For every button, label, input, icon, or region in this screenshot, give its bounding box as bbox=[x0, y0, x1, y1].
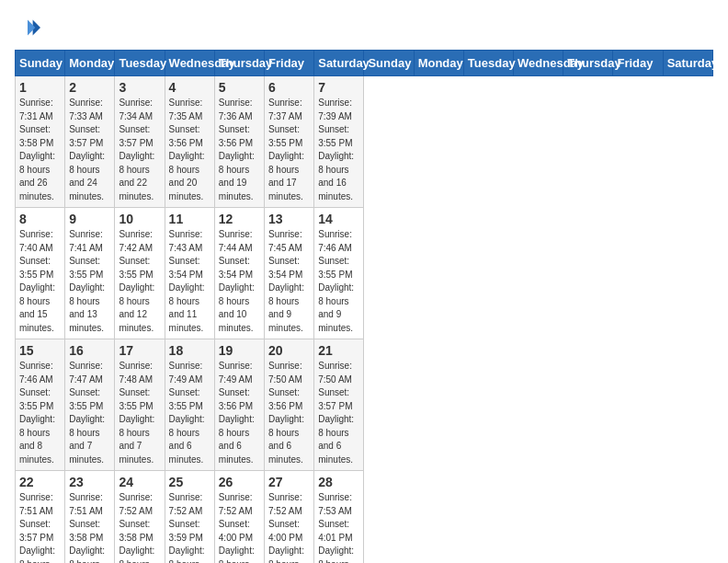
header-wednesday: Wednesday bbox=[514, 51, 563, 76]
calendar-day: 13Sunrise: 7:45 AM Sunset: 3:54 PM Dayli… bbox=[265, 208, 314, 339]
calendar-day: 14Sunrise: 7:46 AM Sunset: 3:55 PM Dayli… bbox=[314, 208, 364, 339]
day-number: 17 bbox=[119, 343, 160, 358]
day-info: Sunrise: 7:42 AM Sunset: 3:55 PM Dayligh… bbox=[119, 228, 160, 335]
day-info: Sunrise: 7:49 AM Sunset: 3:56 PM Dayligh… bbox=[219, 360, 260, 466]
calendar-day: 8Sunrise: 7:40 AM Sunset: 3:55 PM Daylig… bbox=[16, 208, 65, 339]
day-info: Sunrise: 7:33 AM Sunset: 3:57 PM Dayligh… bbox=[69, 97, 110, 203]
day-info: Sunrise: 7:40 AM Sunset: 3:55 PM Dayligh… bbox=[19, 228, 61, 335]
calendar-header-row: SundayMondayTuesdayWednesdayThursdayFrid… bbox=[16, 51, 713, 76]
day-number: 1 bbox=[19, 80, 61, 95]
day-info: Sunrise: 7:37 AM Sunset: 3:55 PM Dayligh… bbox=[268, 97, 310, 203]
day-info: Sunrise: 7:52 AM Sunset: 4:00 PM Dayligh… bbox=[219, 491, 260, 563]
header-monday: Monday bbox=[65, 51, 115, 76]
calendar-day: 18Sunrise: 7:49 AM Sunset: 3:55 PM Dayli… bbox=[165, 339, 214, 471]
day-number: 8 bbox=[19, 212, 61, 226]
day-number: 3 bbox=[119, 80, 160, 95]
day-number: 12 bbox=[219, 212, 260, 226]
calendar-day: 1Sunrise: 7:31 AM Sunset: 3:58 PM Daylig… bbox=[16, 76, 65, 208]
day-number: 13 bbox=[268, 212, 310, 226]
calendar-day: 19Sunrise: 7:49 AM Sunset: 3:56 PM Dayli… bbox=[214, 339, 264, 471]
day-number: 7 bbox=[318, 80, 359, 95]
calendar-day: 17Sunrise: 7:48 AM Sunset: 3:55 PM Dayli… bbox=[115, 339, 165, 471]
calendar-day: 28Sunrise: 7:53 AM Sunset: 4:01 PM Dayli… bbox=[314, 471, 364, 564]
day-info: Sunrise: 7:48 AM Sunset: 3:55 PM Dayligh… bbox=[119, 360, 160, 466]
header-monday: Monday bbox=[414, 51, 463, 76]
calendar-day: 23Sunrise: 7:51 AM Sunset: 3:58 PM Dayli… bbox=[65, 471, 115, 564]
calendar-day: 15Sunrise: 7:46 AM Sunset: 3:55 PM Dayli… bbox=[16, 339, 65, 471]
calendar-day: 24Sunrise: 7:52 AM Sunset: 3:58 PM Dayli… bbox=[115, 471, 165, 564]
day-number: 22 bbox=[19, 475, 61, 489]
day-number: 2 bbox=[69, 80, 110, 95]
day-info: Sunrise: 7:39 AM Sunset: 3:55 PM Dayligh… bbox=[318, 97, 359, 203]
day-number: 16 bbox=[69, 343, 110, 358]
calendar-day: 10Sunrise: 7:42 AM Sunset: 3:55 PM Dayli… bbox=[115, 208, 165, 339]
day-info: Sunrise: 7:50 AM Sunset: 3:56 PM Dayligh… bbox=[268, 360, 310, 466]
day-number: 23 bbox=[69, 475, 110, 489]
day-number: 28 bbox=[318, 475, 359, 489]
day-info: Sunrise: 7:49 AM Sunset: 3:55 PM Dayligh… bbox=[169, 360, 210, 466]
day-number: 5 bbox=[219, 80, 260, 95]
day-info: Sunrise: 7:52 AM Sunset: 4:00 PM Dayligh… bbox=[268, 491, 310, 563]
day-info: Sunrise: 7:52 AM Sunset: 3:58 PM Dayligh… bbox=[119, 491, 160, 563]
header-friday: Friday bbox=[265, 51, 314, 76]
calendar-day: 5Sunrise: 7:36 AM Sunset: 3:56 PM Daylig… bbox=[214, 76, 264, 208]
header-thursday: Thursday bbox=[214, 51, 264, 76]
day-number: 21 bbox=[318, 343, 359, 358]
day-info: Sunrise: 7:46 AM Sunset: 3:55 PM Dayligh… bbox=[19, 360, 61, 466]
calendar-week-3: 15Sunrise: 7:46 AM Sunset: 3:55 PM Dayli… bbox=[16, 339, 713, 471]
day-info: Sunrise: 7:41 AM Sunset: 3:55 PM Dayligh… bbox=[69, 228, 110, 335]
calendar-day: 20Sunrise: 7:50 AM Sunset: 3:56 PM Dayli… bbox=[265, 339, 314, 471]
calendar-day: 11Sunrise: 7:43 AM Sunset: 3:54 PM Dayli… bbox=[165, 208, 214, 339]
calendar-day: 22Sunrise: 7:51 AM Sunset: 3:57 PM Dayli… bbox=[16, 471, 65, 564]
day-info: Sunrise: 7:31 AM Sunset: 3:58 PM Dayligh… bbox=[19, 97, 61, 203]
day-number: 4 bbox=[169, 80, 210, 95]
day-number: 26 bbox=[219, 475, 260, 489]
day-number: 20 bbox=[268, 343, 310, 358]
calendar-day: 21Sunrise: 7:50 AM Sunset: 3:57 PM Dayli… bbox=[314, 339, 364, 471]
calendar-day: 25Sunrise: 7:52 AM Sunset: 3:59 PM Dayli… bbox=[165, 471, 214, 564]
day-number: 24 bbox=[119, 475, 160, 489]
page-header bbox=[15, 15, 713, 40]
day-number: 6 bbox=[268, 80, 310, 95]
calendar-day: 3Sunrise: 7:34 AM Sunset: 3:57 PM Daylig… bbox=[115, 76, 165, 208]
calendar-week-4: 22Sunrise: 7:51 AM Sunset: 3:57 PM Dayli… bbox=[16, 471, 713, 564]
header-friday: Friday bbox=[613, 51, 663, 76]
calendar-day: 12Sunrise: 7:44 AM Sunset: 3:54 PM Dayli… bbox=[214, 208, 264, 339]
day-number: 14 bbox=[318, 212, 359, 226]
calendar-day: 2Sunrise: 7:33 AM Sunset: 3:57 PM Daylig… bbox=[65, 76, 115, 208]
day-info: Sunrise: 7:53 AM Sunset: 4:01 PM Dayligh… bbox=[318, 491, 359, 563]
day-info: Sunrise: 7:43 AM Sunset: 3:54 PM Dayligh… bbox=[169, 228, 210, 335]
day-number: 18 bbox=[169, 343, 210, 358]
calendar-day: 6Sunrise: 7:37 AM Sunset: 3:55 PM Daylig… bbox=[265, 76, 314, 208]
day-info: Sunrise: 7:35 AM Sunset: 3:56 PM Dayligh… bbox=[169, 97, 210, 203]
header-saturday: Saturday bbox=[663, 51, 712, 76]
day-info: Sunrise: 7:51 AM Sunset: 3:58 PM Dayligh… bbox=[69, 491, 110, 563]
day-number: 27 bbox=[268, 475, 310, 489]
header-tuesday: Tuesday bbox=[463, 51, 513, 76]
day-info: Sunrise: 7:47 AM Sunset: 3:55 PM Dayligh… bbox=[69, 360, 110, 466]
day-number: 19 bbox=[219, 343, 260, 358]
calendar-day: 16Sunrise: 7:47 AM Sunset: 3:55 PM Dayli… bbox=[65, 339, 115, 471]
header-sunday: Sunday bbox=[364, 51, 414, 76]
calendar-day: 26Sunrise: 7:52 AM Sunset: 4:00 PM Dayli… bbox=[214, 471, 264, 564]
day-info: Sunrise: 7:44 AM Sunset: 3:54 PM Dayligh… bbox=[219, 228, 260, 335]
calendar-week-1: 1Sunrise: 7:31 AM Sunset: 3:58 PM Daylig… bbox=[16, 76, 713, 208]
logo-icon bbox=[15, 15, 40, 40]
day-number: 10 bbox=[119, 212, 160, 226]
logo bbox=[15, 15, 44, 40]
header-thursday: Thursday bbox=[563, 51, 613, 76]
day-info: Sunrise: 7:50 AM Sunset: 3:57 PM Dayligh… bbox=[318, 360, 359, 466]
header-tuesday: Tuesday bbox=[115, 51, 165, 76]
header-saturday: Saturday bbox=[314, 51, 364, 76]
calendar-day: 4Sunrise: 7:35 AM Sunset: 3:56 PM Daylig… bbox=[165, 76, 214, 208]
day-info: Sunrise: 7:45 AM Sunset: 3:54 PM Dayligh… bbox=[268, 228, 310, 335]
day-number: 11 bbox=[169, 212, 210, 226]
day-info: Sunrise: 7:34 AM Sunset: 3:57 PM Dayligh… bbox=[119, 97, 160, 203]
day-info: Sunrise: 7:36 AM Sunset: 3:56 PM Dayligh… bbox=[219, 97, 260, 203]
day-number: 9 bbox=[69, 212, 110, 226]
header-wednesday: Wednesday bbox=[165, 51, 214, 76]
calendar-table: SundayMondayTuesdayWednesdayThursdayFrid… bbox=[15, 50, 713, 563]
day-info: Sunrise: 7:52 AM Sunset: 3:59 PM Dayligh… bbox=[169, 491, 210, 563]
day-number: 15 bbox=[19, 343, 61, 358]
calendar-day: 9Sunrise: 7:41 AM Sunset: 3:55 PM Daylig… bbox=[65, 208, 115, 339]
